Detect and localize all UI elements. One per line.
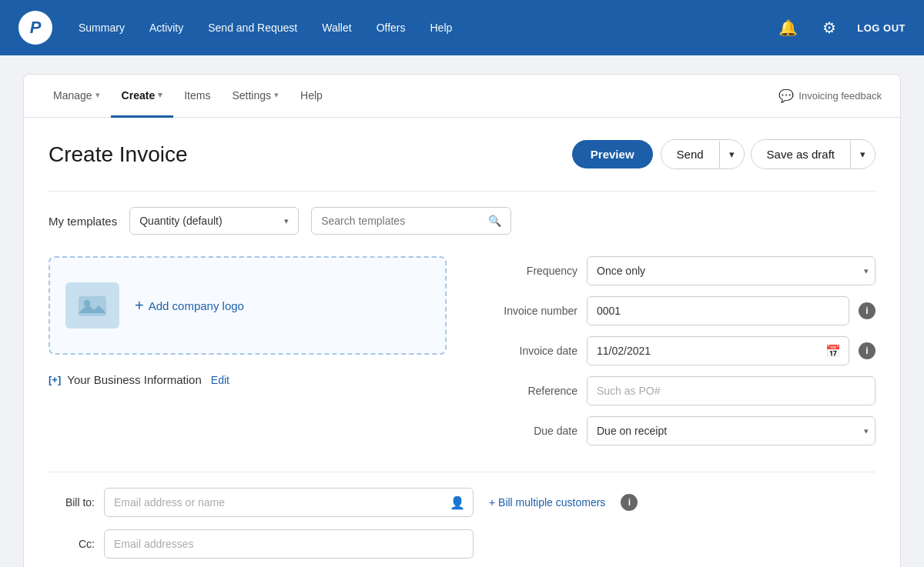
invoice-number-input[interactable]	[588, 297, 849, 325]
due-date-select[interactable]: Due on receipt ▾	[587, 416, 875, 445]
logo-upload-area[interactable]: + Add company logo	[49, 256, 447, 355]
nav-summary[interactable]: Summary	[68, 14, 136, 42]
logout-button[interactable]: LOG OUT	[857, 22, 906, 34]
navbar: P Summary Activity Send and Request Wall…	[0, 0, 924, 55]
nav-help[interactable]: Help	[420, 14, 464, 42]
nav-activity[interactable]: Activity	[139, 14, 194, 42]
template-search-box: 🔍	[311, 207, 511, 235]
reference-input[interactable]	[588, 377, 875, 405]
bill-to-section: Bill to: 👤 + Bill multiple customers i C…	[49, 488, 875, 559]
invoice-number-row: Invoice number i	[477, 296, 875, 325]
page-title: Create Invoice	[49, 142, 188, 167]
logo-placeholder	[65, 282, 119, 329]
invoice-date-row: Invoice date 📅 i	[477, 336, 875, 365]
due-date-label: Due date	[477, 425, 578, 437]
bill-to-input[interactable]	[105, 489, 442, 516]
paypal-logo: P	[18, 11, 52, 45]
notifications-button[interactable]: 🔔	[774, 14, 802, 42]
reference-label: Reference	[477, 385, 578, 397]
nav-send-request[interactable]: Send and Request	[197, 14, 308, 42]
main-grid: + Add company logo [+] Your Business Inf…	[49, 256, 875, 456]
header-divider	[49, 191, 875, 192]
add-logo-label: Add company logo	[149, 299, 244, 312]
invoice-number-field	[587, 296, 849, 325]
bill-to-label: Bill to:	[49, 496, 95, 509]
frequency-chevron: ▾	[864, 266, 875, 276]
tab-create[interactable]: Create ▾	[111, 75, 174, 118]
tab-items[interactable]: Items	[173, 75, 221, 118]
send-button[interactable]: Send	[661, 140, 719, 168]
feedback-label: Invoicing feedback	[798, 90, 882, 102]
frequency-select[interactable]: Once only ▾	[587, 256, 875, 285]
frequency-value: Once only	[588, 257, 864, 285]
save-draft-button[interactable]: Save as draft	[752, 140, 850, 168]
cc-input[interactable]	[105, 530, 473, 558]
frequency-label: Frequency	[477, 265, 578, 277]
add-logo-text: + Add company logo	[135, 297, 244, 315]
cc-row: Cc:	[49, 529, 875, 559]
left-column: + Add company logo [+] Your Business Inf…	[49, 256, 447, 386]
calendar-icon[interactable]: 📅	[818, 344, 849, 359]
tab-help-label: Help	[300, 89, 323, 102]
svg-rect-0	[79, 296, 106, 316]
nav-offers[interactable]: Offers	[366, 14, 417, 42]
person-icon: 👤	[442, 495, 473, 510]
invoice-number-label: Invoice number	[477, 305, 578, 317]
settings-button[interactable]: ⚙	[815, 14, 843, 42]
tab-settings-label: Settings	[232, 89, 271, 102]
cc-label: Cc:	[49, 538, 95, 550]
invoice-date-input[interactable]	[588, 337, 818, 365]
template-search-input[interactable]	[321, 215, 488, 227]
tab-create-label: Create	[122, 89, 156, 102]
tab-manage[interactable]: Manage ▾	[42, 75, 111, 118]
due-date-row: Due date Due on receipt ▾	[477, 416, 875, 445]
action-buttons: Preview Send ▾ Save as draft ▾	[572, 139, 875, 169]
send-dropdown-button[interactable]: ▾	[719, 141, 744, 168]
feedback-icon: 💬	[778, 88, 794, 103]
reference-field	[587, 376, 875, 405]
bill-to-row: Bill to: 👤 + Bill multiple customers i	[49, 488, 875, 517]
plus-icon: +	[135, 297, 144, 315]
main-card: Manage ▾ Create ▾ Items Settings ▾ Help …	[23, 74, 901, 567]
save-draft-button-group: Save as draft ▾	[751, 139, 875, 169]
page-wrap: Manage ▾ Create ▾ Items Settings ▾ Help …	[0, 55, 924, 567]
tab-settings[interactable]: Settings ▾	[221, 75, 290, 118]
bill-to-info-icon[interactable]: i	[621, 494, 638, 511]
tab-manage-chevron: ▾	[95, 90, 100, 100]
business-info-row: [+] Your Business Information Edit	[49, 373, 447, 386]
nav-links: Summary Activity Send and Request Wallet…	[68, 14, 774, 42]
tab-manage-label: Manage	[53, 89, 92, 102]
page-header: Create Invoice Preview Send ▾ Save as dr…	[49, 139, 875, 169]
tab-create-chevron: ▾	[158, 90, 162, 100]
bill-to-field: 👤	[104, 488, 474, 517]
template-select[interactable]: Quantity (default) ▾	[129, 207, 299, 235]
template-selected-value: Quantity (default)	[139, 215, 222, 227]
logo-text: P	[30, 18, 42, 38]
business-info-edit-link[interactable]: Edit	[211, 374, 229, 386]
invoice-date-info-icon[interactable]: i	[859, 342, 875, 359]
tab-items-label: Items	[184, 89, 210, 102]
bill-multiple-link[interactable]: + Bill multiple customers	[489, 496, 605, 509]
tab-settings-chevron: ▾	[274, 90, 279, 100]
business-info-label: Your Business Information	[67, 373, 202, 386]
save-draft-dropdown-button[interactable]: ▾	[850, 141, 875, 168]
nav-wallet[interactable]: Wallet	[311, 14, 362, 42]
tab-bar: Manage ▾ Create ▾ Items Settings ▾ Help …	[24, 75, 900, 118]
tab-help[interactable]: Help	[290, 75, 333, 118]
invoice-date-field: 📅	[587, 336, 849, 365]
template-select-chevron: ▾	[284, 216, 289, 226]
card-body: Create Invoice Preview Send ▾ Save as dr…	[24, 118, 900, 567]
send-button-group: Send ▾	[661, 139, 745, 169]
invoice-number-info-icon[interactable]: i	[859, 302, 875, 319]
due-date-chevron: ▾	[864, 426, 875, 436]
templates-label: My templates	[49, 215, 117, 228]
expand-icon[interactable]: [+]	[49, 374, 61, 385]
image-placeholder-icon	[77, 293, 108, 318]
due-date-value: Due on receipt	[588, 417, 864, 445]
templates-row: My templates Quantity (default) ▾ 🔍	[49, 207, 875, 235]
invoice-form: Frequency Once only ▾ Invoice number	[477, 256, 875, 456]
preview-button[interactable]: Preview	[572, 140, 653, 168]
form-divider	[49, 472, 875, 472]
invoicing-feedback-link[interactable]: 💬 Invoicing feedback	[778, 88, 882, 103]
invoice-date-label: Invoice date	[477, 345, 578, 357]
